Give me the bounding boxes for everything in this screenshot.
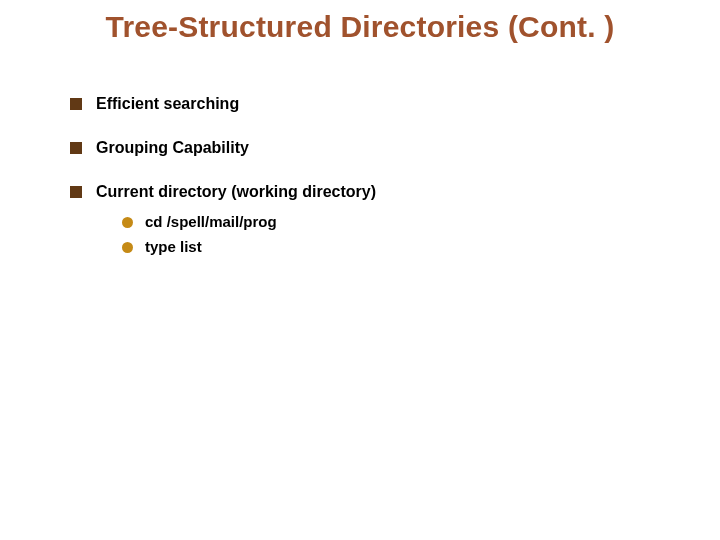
dot-bullet-icon (122, 217, 133, 228)
slide: Tree-Structured Directories (Cont. ) Eff… (0, 0, 720, 540)
sub-bullet-text: cd /spell/mail/prog (145, 213, 277, 230)
slide-body: Efficient searching Grouping Capability … (70, 95, 680, 263)
sub-bullet-text: type list (145, 238, 202, 255)
dot-bullet-icon (122, 242, 133, 253)
bullet-text: Efficient searching (96, 95, 239, 113)
bullet-item: Current directory (working directory) (70, 183, 680, 201)
bullet-text: Current directory (working directory) (96, 183, 376, 201)
slide-title: Tree-Structured Directories (Cont. ) (0, 10, 720, 44)
sub-bullet-item: cd /spell/mail/prog (122, 213, 680, 230)
square-bullet-icon (70, 142, 82, 154)
square-bullet-icon (70, 98, 82, 110)
square-bullet-icon (70, 186, 82, 198)
sub-bullet-list: cd /spell/mail/prog type list (122, 213, 680, 255)
bullet-item: Efficient searching (70, 95, 680, 113)
bullet-text: Grouping Capability (96, 139, 249, 157)
bullet-item: Grouping Capability (70, 139, 680, 157)
sub-bullet-item: type list (122, 238, 680, 255)
